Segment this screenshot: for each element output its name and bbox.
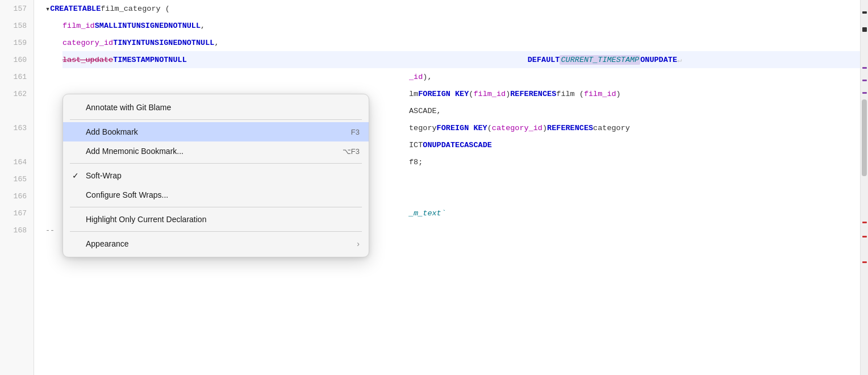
line-158: 158 [0,17,34,34]
code-line-159: category_id TINYINT UNSIGNED NOT NULL , [62,34,860,51]
scrollbar-marker [862,67,867,69]
line-163: 163 [0,119,34,136]
scrollbar-marker [862,261,867,263]
context-menu: Annotate with Git Blame Add Bookmark F3 … [62,94,369,257]
scrollbar-thumb[interactable] [862,99,867,176]
code-line-161: _id ), [45,68,860,85]
scrollbar-marker [862,11,867,14]
configure-soft-wraps-label: Configure Soft Wraps... [86,190,360,199]
appearance-arrow: › [357,239,360,248]
scrollbar-markers [861,0,868,375]
menu-separator-4 [70,231,362,232]
menu-item-add-mnemonic[interactable]: Add Mnemonic Bookmark... ⌥F3 [63,141,369,161]
scrollbar-marker [862,80,867,81]
scrollbar[interactable] [860,0,868,375]
line-168: 168 [0,222,34,239]
code-line-158: film_id SMALLINT UNSIGNED NOT NULL , [62,17,860,34]
annotate-label: Annotate with Git Blame [86,103,360,112]
scrollbar-marker [862,92,867,94]
menu-item-soft-wrap[interactable]: ✓ Soft-Wrap [63,166,369,185]
menu-separator-3 [70,207,362,207]
add-bookmark-label: Add Bookmark [86,127,351,136]
line-164: 164 [0,153,34,170]
appearance-label: Appearance [86,239,357,248]
line-163b [0,136,34,153]
scrollbar-marker [862,27,867,32]
menu-item-highlight-declaration[interactable]: Highlight Only Current Declaration [63,210,369,229]
line-166: 166 [0,188,34,205]
line-161: 161 [0,68,34,85]
line-167: 167 [0,205,34,222]
line-gutter: 157 158 159 160 161 162 163 164 165 166 … [0,0,34,375]
add-mnemonic-label: Add Mnemonic Bookmark... [86,147,343,156]
line-162b [0,102,34,119]
line-157: 157 [0,0,34,17]
line-162: 162 [0,85,34,102]
line-165: 165 [0,170,34,188]
highlight-declaration-label: Highlight Only Current Declaration [86,215,360,224]
soft-wrap-label: Soft-Wrap [86,171,360,180]
code-line-157: ▾ CREATE TABLE film_category ( [45,0,860,17]
add-mnemonic-shortcut: ⌥F3 [343,147,360,156]
scrollbar-marker [862,236,867,238]
line-159: 159 [0,34,34,51]
menu-item-annotate[interactable]: Annotate with Git Blame [63,98,369,117]
menu-separator-1 [70,119,362,120]
code-line-160: last_update TIMESTAMP NOT NULL DEFAULT C… [62,51,860,68]
line-160: 160 [0,51,34,68]
menu-item-appearance[interactable]: Appearance › [63,234,369,253]
menu-separator-2 [70,163,362,164]
menu-item-add-bookmark[interactable]: Add Bookmark F3 [63,122,369,141]
menu-item-configure-soft-wraps[interactable]: Configure Soft Wraps... [63,185,369,205]
scrollbar-marker [862,222,867,223]
add-bookmark-shortcut: F3 [351,128,360,136]
